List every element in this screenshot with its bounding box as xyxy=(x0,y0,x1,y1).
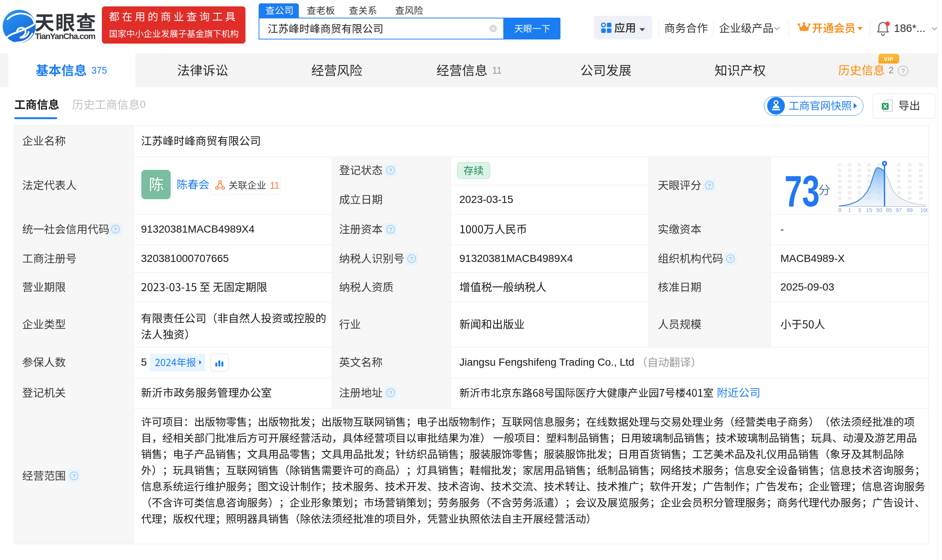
svg-text:100: 100 xyxy=(920,207,928,213)
svg-text:?: ? xyxy=(708,182,711,189)
svg-text:?: ? xyxy=(729,255,732,262)
svg-text:?: ? xyxy=(389,390,392,396)
svg-text:0: 0 xyxy=(838,207,841,213)
svg-text:97: 97 xyxy=(896,207,902,213)
svg-text:99: 99 xyxy=(907,207,913,213)
svg-text:?: ? xyxy=(389,226,392,233)
svg-text:?: ? xyxy=(901,68,905,75)
svg-text:15: 15 xyxy=(866,207,872,213)
svg-text:?: ? xyxy=(410,255,413,262)
svg-text:50: 50 xyxy=(876,207,882,213)
svg-text:1: 1 xyxy=(848,207,851,213)
svg-text:?: ? xyxy=(114,226,117,233)
svg-text:?: ? xyxy=(72,473,75,479)
svg-text:3: 3 xyxy=(858,207,861,213)
svg-text:?: ? xyxy=(389,167,392,174)
svg-text:85: 85 xyxy=(886,207,892,213)
